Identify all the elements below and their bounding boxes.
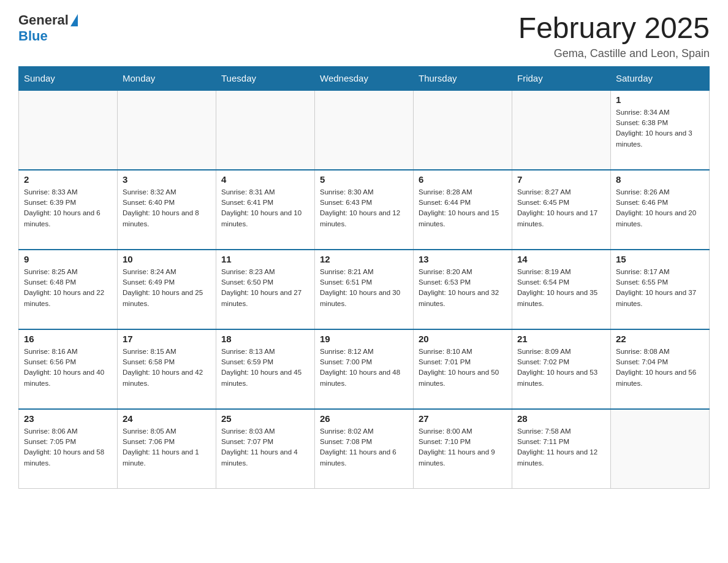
day-number: 18 bbox=[221, 334, 309, 344]
day-number: 16 bbox=[24, 334, 112, 344]
calendar-table: SundayMondayTuesdayWednesdayThursdayFrid… bbox=[18, 66, 710, 489]
calendar-day-cell: 18Sunrise: 8:13 AMSunset: 6:59 PMDayligh… bbox=[216, 329, 315, 409]
day-number: 12 bbox=[320, 254, 408, 264]
day-info: Sunrise: 8:08 AMSunset: 7:04 PMDaylight:… bbox=[616, 347, 704, 389]
calendar-day-cell: 3Sunrise: 8:32 AMSunset: 6:40 PMDaylight… bbox=[118, 170, 216, 250]
day-info: Sunrise: 8:34 AMSunset: 6:38 PMDaylight:… bbox=[616, 107, 704, 150]
calendar-week-row: 1Sunrise: 8:34 AMSunset: 6:38 PMDaylight… bbox=[19, 90, 710, 170]
calendar-day-cell: 14Sunrise: 8:19 AMSunset: 6:54 PMDayligh… bbox=[512, 250, 611, 329]
calendar-day-cell bbox=[512, 90, 611, 170]
logo-general: General bbox=[18, 12, 69, 28]
day-of-week-header: Thursday bbox=[414, 66, 512, 90]
day-info: Sunrise: 7:58 AMSunset: 7:11 PMDaylight:… bbox=[517, 426, 605, 469]
calendar-day-cell: 6Sunrise: 8:28 AMSunset: 6:44 PMDaylight… bbox=[414, 170, 512, 250]
calendar-day-cell: 2Sunrise: 8:33 AMSunset: 6:39 PMDaylight… bbox=[19, 170, 118, 250]
calendar-header-row: SundayMondayTuesdayWednesdayThursdayFrid… bbox=[19, 66, 710, 90]
day-number: 15 bbox=[616, 254, 704, 264]
day-info: Sunrise: 8:03 AMSunset: 7:07 PMDaylight:… bbox=[221, 426, 309, 469]
calendar-day-cell: 15Sunrise: 8:17 AMSunset: 6:55 PMDayligh… bbox=[611, 250, 710, 329]
calendar-day-cell: 23Sunrise: 8:06 AMSunset: 7:05 PMDayligh… bbox=[19, 409, 118, 489]
calendar-day-cell: 7Sunrise: 8:27 AMSunset: 6:45 PMDaylight… bbox=[512, 170, 611, 250]
calendar-week-row: 2Sunrise: 8:33 AMSunset: 6:39 PMDaylight… bbox=[19, 170, 710, 250]
calendar-day-cell: 27Sunrise: 8:00 AMSunset: 7:10 PMDayligh… bbox=[414, 409, 512, 489]
calendar-day-cell bbox=[414, 90, 512, 170]
calendar-subtitle: Gema, Castille and Leon, Spain bbox=[518, 47, 710, 60]
calendar-week-row: 23Sunrise: 8:06 AMSunset: 7:05 PMDayligh… bbox=[19, 409, 710, 489]
day-number: 13 bbox=[419, 254, 507, 264]
calendar-day-cell bbox=[315, 90, 414, 170]
calendar-day-cell: 26Sunrise: 8:02 AMSunset: 7:08 PMDayligh… bbox=[315, 409, 414, 489]
day-info: Sunrise: 8:02 AMSunset: 7:08 PMDaylight:… bbox=[320, 426, 408, 469]
day-info: Sunrise: 8:30 AMSunset: 6:43 PMDaylight:… bbox=[320, 187, 408, 229]
calendar-day-cell: 17Sunrise: 8:15 AMSunset: 6:58 PMDayligh… bbox=[118, 329, 216, 409]
calendar-day-cell: 1Sunrise: 8:34 AMSunset: 6:38 PMDaylight… bbox=[611, 90, 710, 170]
calendar-day-cell: 13Sunrise: 8:20 AMSunset: 6:53 PMDayligh… bbox=[414, 250, 512, 329]
calendar-day-cell: 8Sunrise: 8:26 AMSunset: 6:46 PMDaylight… bbox=[611, 170, 710, 250]
day-number: 3 bbox=[123, 174, 211, 185]
day-info: Sunrise: 8:28 AMSunset: 6:44 PMDaylight:… bbox=[419, 187, 507, 229]
day-number: 2 bbox=[24, 174, 112, 185]
day-info: Sunrise: 8:23 AMSunset: 6:50 PMDaylight:… bbox=[221, 267, 309, 309]
calendar-day-cell: 21Sunrise: 8:09 AMSunset: 7:02 PMDayligh… bbox=[512, 329, 611, 409]
day-info: Sunrise: 8:00 AMSunset: 7:10 PMDaylight:… bbox=[419, 426, 507, 469]
calendar-title: February 2025 bbox=[518, 12, 710, 45]
title-section: February 2025 Gema, Castille and Leon, S… bbox=[518, 12, 710, 60]
calendar-day-cell: 12Sunrise: 8:21 AMSunset: 6:51 PMDayligh… bbox=[315, 250, 414, 329]
day-info: Sunrise: 8:27 AMSunset: 6:45 PMDaylight:… bbox=[517, 187, 605, 229]
day-of-week-header: Saturday bbox=[611, 66, 710, 90]
day-number: 4 bbox=[221, 174, 309, 185]
day-info: Sunrise: 8:15 AMSunset: 6:58 PMDaylight:… bbox=[123, 347, 211, 389]
day-info: Sunrise: 8:13 AMSunset: 6:59 PMDaylight:… bbox=[221, 347, 309, 389]
day-number: 23 bbox=[24, 413, 112, 424]
day-info: Sunrise: 8:32 AMSunset: 6:40 PMDaylight:… bbox=[123, 187, 211, 229]
day-info: Sunrise: 8:24 AMSunset: 6:49 PMDaylight:… bbox=[123, 267, 211, 309]
day-number: 26 bbox=[320, 413, 408, 424]
calendar-day-cell: 10Sunrise: 8:24 AMSunset: 6:49 PMDayligh… bbox=[118, 250, 216, 329]
logo-blue: Blue bbox=[18, 28, 48, 44]
day-of-week-header: Friday bbox=[512, 66, 611, 90]
day-info: Sunrise: 8:09 AMSunset: 7:02 PMDaylight:… bbox=[517, 347, 605, 389]
day-number: 27 bbox=[419, 413, 507, 424]
day-number: 7 bbox=[517, 174, 605, 185]
calendar-day-cell: 19Sunrise: 8:12 AMSunset: 7:00 PMDayligh… bbox=[315, 329, 414, 409]
page-header: General Blue February 2025 Gema, Castill… bbox=[18, 12, 710, 60]
day-info: Sunrise: 8:17 AMSunset: 6:55 PMDaylight:… bbox=[616, 267, 704, 309]
day-info: Sunrise: 8:26 AMSunset: 6:46 PMDaylight:… bbox=[616, 187, 704, 229]
day-info: Sunrise: 8:20 AMSunset: 6:53 PMDaylight:… bbox=[419, 267, 507, 309]
day-of-week-header: Monday bbox=[118, 66, 216, 90]
day-info: Sunrise: 8:16 AMSunset: 6:56 PMDaylight:… bbox=[24, 347, 112, 389]
day-number: 17 bbox=[123, 334, 211, 344]
logo-triangle-icon bbox=[70, 14, 78, 26]
calendar-day-cell: 9Sunrise: 8:25 AMSunset: 6:48 PMDaylight… bbox=[19, 250, 118, 329]
day-number: 9 bbox=[24, 254, 112, 264]
calendar-day-cell: 5Sunrise: 8:30 AMSunset: 6:43 PMDaylight… bbox=[315, 170, 414, 250]
calendar-day-cell: 28Sunrise: 7:58 AMSunset: 7:11 PMDayligh… bbox=[512, 409, 611, 489]
calendar-day-cell: 16Sunrise: 8:16 AMSunset: 6:56 PMDayligh… bbox=[19, 329, 118, 409]
day-number: 24 bbox=[123, 413, 211, 424]
calendar-day-cell: 25Sunrise: 8:03 AMSunset: 7:07 PMDayligh… bbox=[216, 409, 315, 489]
day-number: 25 bbox=[221, 413, 309, 424]
day-info: Sunrise: 8:21 AMSunset: 6:51 PMDaylight:… bbox=[320, 267, 408, 309]
day-number: 20 bbox=[419, 334, 507, 344]
logo: General Blue bbox=[18, 12, 78, 44]
calendar-day-cell bbox=[611, 409, 710, 489]
day-info: Sunrise: 8:12 AMSunset: 7:00 PMDaylight:… bbox=[320, 347, 408, 389]
calendar-day-cell bbox=[19, 90, 118, 170]
day-of-week-header: Tuesday bbox=[216, 66, 315, 90]
day-number: 22 bbox=[616, 334, 704, 344]
calendar-week-row: 9Sunrise: 8:25 AMSunset: 6:48 PMDaylight… bbox=[19, 250, 710, 329]
day-info: Sunrise: 8:25 AMSunset: 6:48 PMDaylight:… bbox=[24, 267, 112, 309]
day-number: 10 bbox=[123, 254, 211, 264]
day-of-week-header: Sunday bbox=[19, 66, 118, 90]
day-number: 19 bbox=[320, 334, 408, 344]
calendar-day-cell: 11Sunrise: 8:23 AMSunset: 6:50 PMDayligh… bbox=[216, 250, 315, 329]
calendar-week-row: 16Sunrise: 8:16 AMSunset: 6:56 PMDayligh… bbox=[19, 329, 710, 409]
calendar-day-cell: 22Sunrise: 8:08 AMSunset: 7:04 PMDayligh… bbox=[611, 329, 710, 409]
day-number: 21 bbox=[517, 334, 605, 344]
day-number: 28 bbox=[517, 413, 605, 424]
calendar-day-cell: 4Sunrise: 8:31 AMSunset: 6:41 PMDaylight… bbox=[216, 170, 315, 250]
day-number: 8 bbox=[616, 174, 704, 185]
day-number: 11 bbox=[221, 254, 309, 264]
day-info: Sunrise: 8:19 AMSunset: 6:54 PMDaylight:… bbox=[517, 267, 605, 309]
day-info: Sunrise: 8:33 AMSunset: 6:39 PMDaylight:… bbox=[24, 187, 112, 229]
